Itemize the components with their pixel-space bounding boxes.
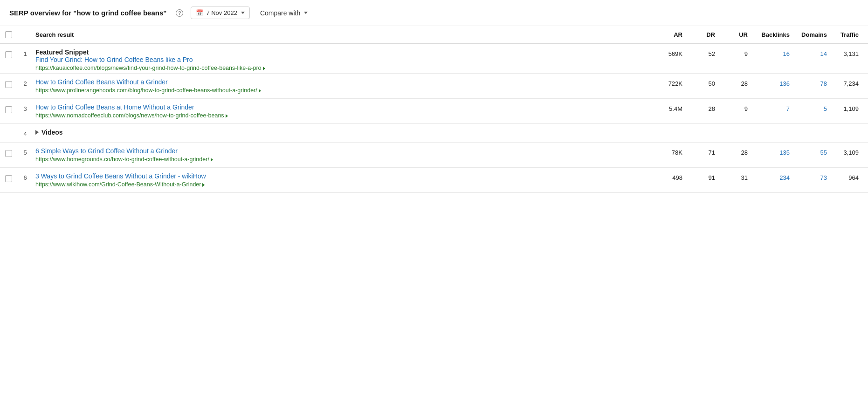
header-dr: DR: [686, 26, 719, 43]
domains-value[interactable]: 73: [793, 168, 831, 193]
result-url: https://www.wikihow.com/Grind-Coffee-Bea…: [35, 181, 650, 188]
header-search-result: Search result: [34, 26, 654, 43]
row-checkbox[interactable]: [5, 150, 12, 157]
row-checkbox-cell: [0, 143, 17, 168]
result-title-link[interactable]: 3 Ways to Grind Coffee Beans Without a G…: [35, 172, 650, 180]
domains-value[interactable]: 14: [793, 43, 831, 74]
ur-value: 31: [719, 168, 751, 193]
row-checkbox-cell: [0, 74, 17, 99]
header: SERP overview for "how to grind coffee b…: [0, 0, 868, 26]
result-url: https://www.nomadcoffeeclub.com/blogs/ne…: [35, 112, 650, 119]
dr-value: 91: [686, 168, 719, 193]
dr-value: 50: [686, 74, 719, 99]
traffic-value: 3,109: [831, 143, 868, 168]
row-checkbox-cell: [0, 168, 17, 193]
date-label: 7 Nov 2022: [206, 9, 237, 16]
table-row: 2 How to Grind Coffee Beans Without a Gr…: [0, 74, 868, 99]
domains-value[interactable]: 55: [793, 143, 831, 168]
ar-value: 498: [654, 168, 686, 193]
ar-value: 5.4M: [654, 99, 686, 124]
header-num: [17, 26, 34, 43]
traffic-value: 7,234: [831, 74, 868, 99]
dr-value: 28: [686, 99, 719, 124]
row-number: 1: [17, 43, 34, 74]
ur-value: 28: [719, 143, 751, 168]
chevron-down-icon: [304, 12, 308, 14]
table-row: 5 6 Simple Ways to Grind Coffee Without …: [0, 143, 868, 168]
search-result-cell: 3 Ways to Grind Coffee Beans Without a G…: [34, 168, 654, 193]
url-chevron-icon[interactable]: [263, 67, 265, 70]
row-number: 2: [17, 74, 34, 99]
header-checkbox-cell: [0, 26, 17, 43]
select-all-checkbox[interactable]: [5, 31, 12, 38]
result-url: https://kauaicoffee.com/blogs/news/find-…: [35, 65, 650, 71]
traffic-value: 3,131: [831, 43, 868, 74]
chevron-down-icon: [241, 12, 245, 14]
row-checkbox[interactable]: [5, 51, 12, 58]
row-checkbox[interactable]: [5, 81, 12, 88]
serp-table: Search result AR DR UR Backlinks Domains…: [0, 26, 868, 193]
date-button[interactable]: 📅 7 Nov 2022: [191, 7, 250, 19]
result-title-link[interactable]: 6 Simple Ways to Grind Coffee Without a …: [35, 147, 650, 155]
triangle-right-icon: [35, 130, 39, 135]
table-wrapper: Search result AR DR UR Backlinks Domains…: [0, 26, 868, 193]
result-title-link[interactable]: Find Your Grind: How to Grind Coffee Bea…: [35, 56, 650, 63]
search-result-cell: How to Grind Coffee Beans at Home Withou…: [34, 99, 654, 124]
table-row: 1 Featured Snippet Find Your Grind: How …: [0, 43, 868, 74]
result-title-link[interactable]: How to Grind Coffee Beans Without a Grin…: [35, 78, 650, 86]
page-title: SERP overview for "how to grind coffee b…: [9, 9, 166, 17]
query-text: how to grind coffee beans: [76, 9, 163, 17]
header-ur: UR: [719, 26, 751, 43]
compare-button[interactable]: Compare with: [257, 7, 310, 19]
row-number: 3: [17, 99, 34, 124]
header-ar: AR: [654, 26, 686, 43]
row-checkbox[interactable]: [5, 175, 12, 182]
result-title-link[interactable]: How to Grind Coffee Beans at Home Withou…: [35, 103, 650, 111]
row-checkbox[interactable]: [5, 106, 12, 113]
table-row: 4 Videos: [0, 124, 868, 143]
result-url: https://www.prolinerangehoods.com/blog/h…: [35, 87, 650, 94]
row-checkbox-cell: [0, 43, 17, 74]
ur-value: 9: [719, 99, 751, 124]
backlinks-value[interactable]: 234: [751, 168, 793, 193]
row-checkbox-cell: [0, 99, 17, 124]
ar-value: 78K: [654, 143, 686, 168]
ar-value: 569K: [654, 43, 686, 74]
url-chevron-icon[interactable]: [259, 89, 261, 93]
table-row: 6 3 Ways to Grind Coffee Beans Without a…: [0, 168, 868, 193]
videos-label-text: Videos: [41, 129, 63, 136]
search-result-cell: 6 Simple Ways to Grind Coffee Without a …: [34, 143, 654, 168]
backlinks-value[interactable]: 7: [751, 99, 793, 124]
domains-value[interactable]: 5: [793, 99, 831, 124]
dr-value: 71: [686, 143, 719, 168]
url-chevron-icon[interactable]: [226, 114, 228, 118]
header-domains: Domains: [793, 26, 831, 43]
backlinks-value[interactable]: 16: [751, 43, 793, 74]
dr-value: 52: [686, 43, 719, 74]
backlinks-value[interactable]: 135: [751, 143, 793, 168]
featured-snippet-label: Featured Snippet: [35, 48, 650, 56]
calendar-icon: 📅: [196, 9, 203, 16]
traffic-value: 1,109: [831, 99, 868, 124]
header-backlinks: Backlinks: [751, 26, 793, 43]
videos-label-cell: Videos: [34, 124, 868, 143]
row-number: 4: [17, 124, 34, 143]
url-chevron-icon[interactable]: [211, 158, 213, 162]
ur-value: 28: [719, 74, 751, 99]
table-header-row: Search result AR DR UR Backlinks Domains…: [0, 26, 868, 43]
row-number: 6: [17, 168, 34, 193]
traffic-value: 964: [831, 168, 868, 193]
table-row: 3 How to Grind Coffee Beans at Home With…: [0, 99, 868, 124]
backlinks-value[interactable]: 136: [751, 74, 793, 99]
result-url: https://www.homegrounds.co/how-to-grind-…: [35, 156, 650, 163]
ur-value: 9: [719, 43, 751, 74]
url-chevron-icon[interactable]: [202, 183, 205, 187]
domains-value[interactable]: 78: [793, 74, 831, 99]
header-traffic: Traffic: [831, 26, 868, 43]
search-result-cell: How to Grind Coffee Beans Without a Grin…: [34, 74, 654, 99]
help-icon[interactable]: ?: [176, 9, 183, 17]
ar-value: 722K: [654, 74, 686, 99]
search-result-cell: Featured Snippet Find Your Grind: How to…: [34, 43, 654, 74]
videos-section-label[interactable]: Videos: [35, 129, 864, 136]
compare-label: Compare with: [260, 9, 300, 17]
